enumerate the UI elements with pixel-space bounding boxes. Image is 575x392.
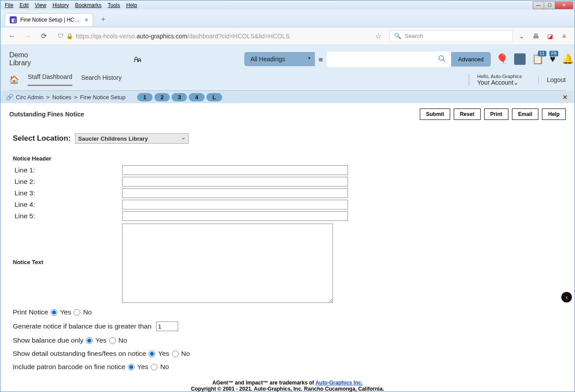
print-icon[interactable]: 🖶 xyxy=(530,31,541,41)
footer-link[interactable]: Auto-Graphics Inc. xyxy=(315,380,362,386)
page-header: Demo Library 🗛 All Headings ≣ Advanced 🎈… xyxy=(0,45,575,91)
shield-ext-icon[interactable]: ◪ xyxy=(545,31,555,41)
advanced-search-link[interactable]: Advanced xyxy=(451,52,491,67)
pill-2[interactable]: 2 xyxy=(154,93,170,101)
print-notice-yes-radio[interactable] xyxy=(51,309,57,316)
close-icon[interactable]: ✕ xyxy=(560,93,569,101)
balloon-icon[interactable]: 🎈 xyxy=(496,53,508,65)
show-balance-label: Show balance due only xyxy=(13,336,83,344)
pill-3[interactable]: 3 xyxy=(172,93,187,101)
location-label: Select Location: xyxy=(13,134,71,143)
bell-icon[interactable]: 🔔 xyxy=(562,53,574,65)
window-close-button[interactable]: ✕ xyxy=(555,1,573,9)
pill-1[interactable]: 1 xyxy=(137,93,153,101)
catalog-search: All Headings ≣ Advanced xyxy=(244,52,491,67)
catalog-search-button[interactable] xyxy=(433,52,451,67)
yes-label: Yes xyxy=(137,363,148,371)
line4-input[interactable] xyxy=(122,200,348,209)
window-maximize-button[interactable]: ☐ xyxy=(544,1,555,9)
menu-file[interactable]: File xyxy=(2,2,16,9)
new-tab-button[interactable]: + xyxy=(97,13,109,26)
show-detail-yes-radio[interactable] xyxy=(149,351,155,357)
pill-4[interactable]: 4 xyxy=(189,93,204,101)
line5-input[interactable] xyxy=(122,211,348,221)
reset-button[interactable]: Reset xyxy=(454,108,481,120)
translate-icon[interactable]: 🗛 xyxy=(133,54,142,64)
menu-tools[interactable]: Tools xyxy=(105,2,123,9)
line5-label: Line 5: xyxy=(13,212,122,220)
nav-search-history[interactable]: Search History xyxy=(81,74,122,86)
browser-tab[interactable]: ◧ Fine Notice Setup | HCOLS | hco × xyxy=(5,13,93,26)
search-type-select[interactable]: All Headings xyxy=(244,52,315,66)
url-text: https://qa-hcols-verso.auto-graphics.com… xyxy=(76,33,373,40)
crumb-notices[interactable]: Notices xyxy=(52,94,71,101)
menu-view[interactable]: View xyxy=(32,2,49,9)
pocket-icon[interactable]: ⌄ xyxy=(516,31,527,41)
menu-edit[interactable]: Edit xyxy=(16,2,32,9)
menubar: File Edit View History Bookmarks Tools H… xyxy=(0,0,575,10)
print-notice-label: Print Notice xyxy=(13,308,48,316)
forward-button[interactable]: → xyxy=(22,30,34,42)
hamburger-menu-icon[interactable]: ≡ xyxy=(559,31,569,41)
show-balance-yes-radio[interactable] xyxy=(86,337,93,344)
bookmark-star-icon[interactable]: ☆ xyxy=(375,32,381,40)
menu-help[interactable]: Help xyxy=(123,2,140,9)
print-notice-no-radio[interactable] xyxy=(74,309,80,316)
your-account-label: Your Account xyxy=(477,79,513,86)
tab-close-icon[interactable]: × xyxy=(85,16,88,23)
email-button[interactable]: Email xyxy=(512,108,538,120)
balance-label: Generate notice if balance due is greate… xyxy=(13,322,152,330)
show-balance-no-radio[interactable] xyxy=(109,337,116,344)
print-button[interactable]: Print xyxy=(484,108,508,120)
favorites-icon[interactable]: ♥F9 xyxy=(550,53,556,65)
footer-copyright: Copyright © 2001 - 2021. Auto-Graphics, … xyxy=(191,386,384,392)
show-detail-no-radio[interactable] xyxy=(172,351,179,357)
list-icon[interactable]: 📋11 xyxy=(532,53,544,65)
badge-f9: F9 xyxy=(549,51,558,56)
side-panel-toggle[interactable]: ‹ xyxy=(561,292,572,302)
back-button[interactable]: ← xyxy=(6,30,18,42)
include-barcode-no-radio[interactable] xyxy=(151,364,157,370)
help-button[interactable]: Help xyxy=(542,108,566,120)
window-minimize-button[interactable]: — xyxy=(533,1,544,9)
yes-label: Yes xyxy=(95,336,106,344)
menu-history[interactable]: History xyxy=(49,2,72,9)
notice-text-textarea[interactable] xyxy=(122,224,333,303)
include-barcode-yes-radio[interactable] xyxy=(128,364,134,370)
catalog-search-input[interactable] xyxy=(327,52,433,67)
form: Select Location: Saucier Childrens Libra… xyxy=(0,120,575,375)
action-row: Outstanding Fines Notice Submit Reset Pr… xyxy=(0,103,575,120)
browser-search-box[interactable]: 🔍 Search xyxy=(389,30,513,42)
url-bar[interactable]: 🛡 🔒 https://qa-hcols-verso.auto-graphics… xyxy=(53,30,386,42)
page-title: Outstanding Fines Notice xyxy=(9,111,84,118)
pill-l[interactable]: L xyxy=(206,93,222,101)
nav-staff-dashboard[interactable]: Staff Dashboard xyxy=(28,73,72,86)
logout-link[interactable]: Logout xyxy=(538,76,566,83)
reload-button[interactable]: ⟳ xyxy=(37,30,50,42)
tab-title: Fine Notice Setup | HCOLS | hco xyxy=(20,17,81,23)
svg-line-1 xyxy=(443,60,445,62)
show-detail-label: Show detail outstanding fines/fees on no… xyxy=(13,350,146,358)
page-content: Demo Library 🗛 All Headings ≣ Advanced 🎈… xyxy=(0,45,575,392)
line1-input[interactable] xyxy=(122,165,348,175)
notice-text-label: Notice Text xyxy=(13,224,122,303)
scan-icon[interactable] xyxy=(514,53,526,65)
home-icon[interactable]: 🏠 xyxy=(9,75,19,85)
notice-header-label: Notice Header xyxy=(13,155,562,162)
account-menu[interactable]: Hello, Auto-Graphics Your Account⌄ xyxy=(469,74,530,86)
balance-threshold-input[interactable] xyxy=(156,321,178,331)
line3-input[interactable] xyxy=(122,188,348,198)
hello-text: Hello, Auto-Graphics xyxy=(477,74,522,79)
line2-input[interactable] xyxy=(122,177,348,187)
line3-label: Line 3: xyxy=(13,189,122,197)
location-select[interactable]: Saucier Childrens Library xyxy=(75,133,189,144)
library-name: Demo Library xyxy=(9,51,31,67)
include-barcode-label: Include patron barcode on fine notice xyxy=(13,363,125,371)
badge-count: 11 xyxy=(538,51,546,56)
menu-bookmarks[interactable]: Bookmarks xyxy=(72,2,105,9)
no-label: No xyxy=(83,308,92,316)
submit-button[interactable]: Submit xyxy=(420,108,450,120)
database-icon[interactable]: ≣ xyxy=(315,52,327,66)
link-icon: 🔗 xyxy=(6,93,13,101)
crumb-circ-admin[interactable]: Circ Admin xyxy=(16,94,44,101)
